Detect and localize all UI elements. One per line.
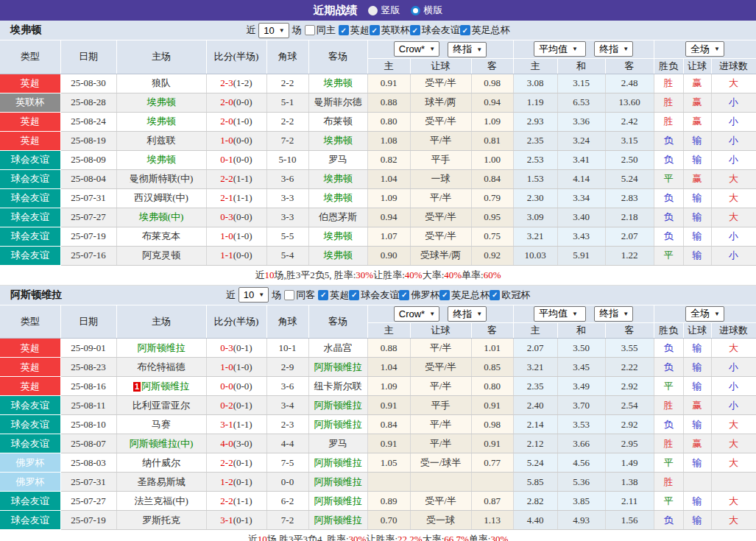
score-cell[interactable]: 3-1(0-1) [206, 511, 266, 530]
score-cell[interactable]: 3-1(1-1) [206, 415, 266, 434]
team-name: 阿斯顿维拉 [10, 289, 62, 302]
avg-final-select[interactable]: 终指▼ [594, 41, 633, 57]
avg-away-odds: 2.50 [605, 150, 654, 169]
avg-away-odds: 2.83 [605, 188, 654, 208]
score-cell[interactable]: 0-3(0-1) [206, 339, 266, 358]
handicap-final-select[interactable]: 终指▼ [448, 42, 487, 57]
handicap-final-select[interactable]: 终指▼ [448, 306, 487, 322]
chevron-down-icon: ▼ [623, 311, 629, 317]
half-time-score: (0-1) [233, 457, 252, 468]
result-handicap: 输 [683, 150, 711, 169]
score-cell[interactable]: 4-0(3-0) [206, 434, 266, 453]
chevron-down-icon: ▼ [623, 46, 629, 52]
score-cell[interactable]: 2-0(1-0) [206, 112, 266, 131]
avg-final-select[interactable]: 终指▼ [594, 306, 633, 322]
score-cell[interactable]: 1-0(1-0) [206, 358, 266, 377]
full-time-score: 1-1 [220, 250, 233, 261]
match-date: 25-07-27 [60, 208, 116, 227]
league-filter[interactable]: ✓ 英超 [318, 289, 349, 302]
league-filter[interactable]: ✓ 英足总杯 [460, 24, 510, 37]
full-time-score: 2-1 [220, 192, 233, 203]
score-cell[interactable]: 2-2(0-1) [206, 453, 266, 473]
same-venue-label: 同主 [317, 24, 336, 37]
result-goals: 大 [711, 492, 756, 511]
col-corner: 角球 [266, 305, 308, 339]
result-handicap: 赢 [683, 434, 711, 453]
result-goals: 大 [711, 339, 756, 358]
recent-results-page: 近期战绩 竖版 横版 埃弗顿 近 10▼ 场 同主 ✓ 英超 ✓ [0, 0, 756, 541]
radio-unselected-icon [368, 6, 378, 15]
league-label: 英足总杯 [472, 24, 510, 37]
handicap-line: 平手 [410, 396, 471, 415]
avg-odds-select[interactable]: 平均值▼ [534, 306, 586, 322]
away-team: 埃弗顿 [308, 169, 367, 188]
corner-score: 3-4 [266, 396, 308, 415]
handicap-line: 受一/球半 [410, 453, 471, 473]
same-venue-filter[interactable]: 同主 [305, 24, 336, 37]
same-venue-filter[interactable]: 同客 [284, 289, 315, 302]
home-team: 比利亚雷亚尔 [116, 396, 206, 415]
score-cell[interactable]: 0-0(0-0) [206, 377, 266, 396]
league-filter[interactable]: ✓ 英联杯 [370, 24, 410, 37]
col-result-handicap: 让球 [683, 58, 711, 74]
result-goals: 小 [711, 112, 756, 131]
score-cell[interactable]: 2-1(1-1) [206, 188, 266, 208]
match-row: 佛罗杯 25-07-31 圣路易斯城 1-2(0-1) 0-0 阿斯顿维拉 5.… [0, 473, 756, 492]
handicap-line: 受球半/两 [410, 246, 471, 265]
score-cell[interactable]: 0-2(0-1) [206, 396, 266, 415]
avg-home-odds: 2.93 [513, 112, 557, 131]
score-cell[interactable]: 1-0(1-0) [206, 227, 266, 246]
chevron-down-icon: ▼ [429, 311, 435, 317]
full-time-score: 2-0 [220, 116, 233, 127]
match-row: 球会友谊 25-08-11 比利亚雷亚尔 0-2(0-1) 3-4 阿斯顿维拉 … [0, 396, 756, 415]
filter-bar: 埃弗顿 近 10▼ 场 同主 ✓ 英超 ✓ 英联杯 ✓ 球会友谊 ✓ 英足总杯 [0, 21, 756, 40]
match-date: 25-07-27 [60, 492, 116, 511]
league-filter[interactable]: ✓ 佛罗杯 [399, 289, 439, 302]
layout-option-horizontal[interactable]: 横版 [411, 4, 443, 17]
half-time-score: (3-0) [233, 438, 252, 449]
corner-score: 2-3 [266, 415, 308, 434]
result-goals: 大 [711, 188, 756, 208]
odds-company-select[interactable]: Crow*▼ [394, 306, 439, 322]
recent-count-select[interactable]: 10▼ [258, 23, 289, 38]
full-time-score: 2-3 [220, 77, 233, 88]
scope-select[interactable]: 全场▼ [685, 41, 724, 57]
score-cell[interactable]: 1-2(0-1) [206, 473, 266, 492]
score-cell[interactable]: 2-3(1-2) [206, 74, 266, 93]
avg-home-odds: 5.85 [513, 473, 557, 492]
checked-checkbox-icon: ✓ [460, 25, 470, 35]
handicap-home-odds: 1.07 [367, 227, 410, 246]
match-row: 球会友谊 25-08-04 曼彻斯特联(中) 2-2(1-1) 3-6 埃弗顿 … [0, 169, 756, 188]
league-filter[interactable]: ✓ 球会友谊 [349, 289, 399, 302]
half-time-score: (0-1) [233, 515, 252, 526]
league-filter[interactable]: ✓ 欧冠杯 [490, 289, 530, 302]
page-title: 近期战绩 [314, 4, 358, 18]
odds-company-select[interactable]: Crow*▼ [394, 41, 439, 57]
league-filter[interactable]: ✓ 英足总杯 [439, 289, 490, 302]
league-filter[interactable]: ✓ 英超 [339, 24, 370, 37]
score-cell[interactable]: 1-0(0-0) [206, 131, 266, 150]
avg-home-odds: 2.53 [513, 150, 557, 169]
handicap-line: 平/半 [410, 339, 471, 358]
col-corner: 角球 [266, 40, 308, 74]
scope-select[interactable]: 全场▼ [685, 306, 724, 322]
score-cell[interactable]: 1-1(0-0) [206, 246, 266, 265]
score-cell[interactable]: 2-0(0-0) [206, 93, 266, 112]
half-time-score: (1-1) [233, 192, 252, 203]
score-cell[interactable]: 0-1(0-0) [206, 150, 266, 169]
league-filter[interactable]: ✓ 球会友谊 [410, 24, 460, 37]
result-goals: 小 [711, 131, 756, 150]
score-cell[interactable]: 2-2(1-1) [206, 169, 266, 188]
match-row: 英超 25-08-19 利兹联 1-0(0-0) 7-2 埃弗顿 1.08 平/… [0, 131, 756, 150]
score-cell[interactable]: 0-3(0-0) [206, 208, 266, 227]
score-cell[interactable]: 2-2(1-1) [206, 492, 266, 511]
half-time-score: (0-0) [233, 154, 252, 165]
avg-odds-select[interactable]: 平均值▼ [534, 41, 586, 57]
layout-option-vertical[interactable]: 竖版 [368, 4, 400, 17]
half-time-score: (0-0) [233, 135, 252, 146]
handicap-odds-group: Crow*▼ 终指▼ [367, 305, 513, 323]
match-row: 英超 25-08-16 1阿斯顿维拉 0-0(0-0) 3-6 纽卡斯尔联 1.… [0, 377, 756, 396]
recent-count-select[interactable]: 10▼ [239, 287, 269, 303]
handicap-line: 受平/半 [410, 74, 471, 93]
handicap-away-odds: 0.92 [471, 246, 513, 265]
